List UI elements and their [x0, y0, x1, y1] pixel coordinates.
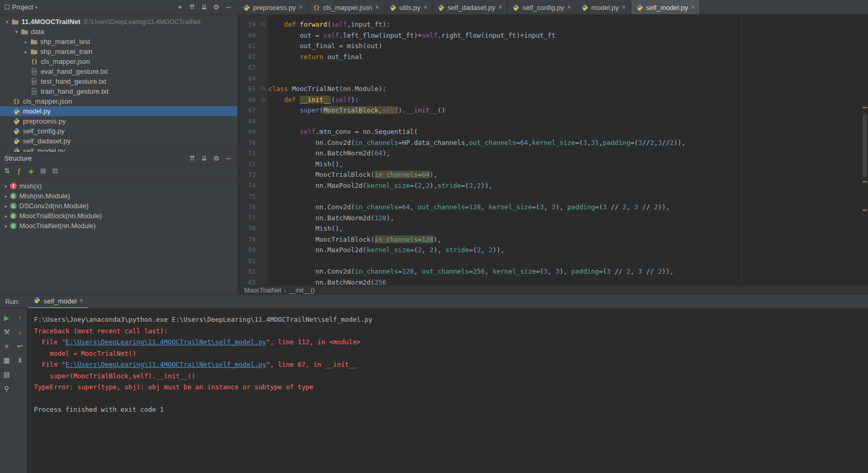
- editor-tab[interactable]: model.py×: [576, 0, 631, 15]
- structure-item[interactable]: ▸CMish(nn.Module): [0, 191, 237, 201]
- project-tree-item[interactable]: self_model.py: [0, 146, 237, 152]
- project-tree-item[interactable]: {}cls_mapper.json: [0, 96, 237, 106]
- code-line[interactable]: 77 nn.BatchNorm2d(128),: [238, 213, 868, 224]
- tree-expanded-icon[interactable]: ▾: [13, 29, 20, 35]
- code-line[interactable]: 62 return out_final: [238, 52, 868, 63]
- tree-collapsed-icon[interactable]: ▸: [2, 213, 10, 219]
- chevron-down-icon[interactable]: ▾: [35, 5, 38, 10]
- pin-icon[interactable]: ⚲: [2, 384, 12, 394]
- structure-item[interactable]: ▸fmish(x): [0, 181, 237, 191]
- expand-all-icon[interactable]: ⇈: [186, 3, 198, 11]
- code-line[interactable]: 78 Mish(),: [238, 223, 868, 234]
- code-line[interactable]: 63: [238, 62, 868, 73]
- code-line[interactable]: 60 out = self.left_flow(input_ft)+self.r…: [238, 30, 868, 41]
- project-tree-item[interactable]: train_hand_gesture.txt: [0, 86, 237, 96]
- project-tree-item[interactable]: test_hand_gesture.txt: [0, 76, 237, 86]
- structure-item[interactable]: ▸CMoocTrialNet(nn.Module): [0, 221, 237, 231]
- code-line[interactable]: 70 nn.Conv2d(in_channels=HP.data_channel…: [238, 138, 868, 149]
- project-tree-item[interactable]: ▸shp_marcel_train: [0, 47, 237, 57]
- editor-tab[interactable]: {}cls_mapper.json×: [308, 0, 384, 15]
- tree-collapsed-icon[interactable]: ▸: [2, 223, 10, 229]
- tree-collapsed-icon[interactable]: ▸: [22, 39, 30, 44]
- code-line[interactable]: 68: [238, 116, 868, 127]
- tree-collapsed-icon[interactable]: ▸: [2, 204, 10, 209]
- tree-expanded-icon[interactable]: ▾: [3, 19, 11, 25]
- show-inherited-icon[interactable]: ◈: [25, 167, 37, 175]
- editor-tab[interactable]: utils.py×: [384, 0, 432, 15]
- close-icon[interactable]: ×: [567, 4, 571, 10]
- sort-icon[interactable]: ⇅: [1, 167, 13, 175]
- settings-gear-icon[interactable]: ⚙: [210, 154, 222, 162]
- hide-panel-icon[interactable]: ─: [222, 3, 234, 11]
- code-line[interactable]: 72 Mish(),: [238, 159, 868, 170]
- collapse-all-icon[interactable]: ⇊: [198, 3, 210, 11]
- project-tree-item[interactable]: self_config.py: [0, 126, 237, 136]
- tool-window-options-icon[interactable]: [5, 5, 9, 9]
- soft-wrap-icon[interactable]: ↩: [15, 341, 25, 352]
- collapse-all-icon[interactable]: ⊟: [49, 167, 61, 175]
- stack-trace-link[interactable]: E:\Users\DeepLearing\11.4MOOCTrailNet\se…: [65, 361, 266, 368]
- warning-stripe-mark[interactable]: [863, 107, 867, 108]
- breadcrumb-item[interactable]: MoocTrialNet: [244, 287, 281, 294]
- settings-gear-icon[interactable]: ⚙: [210, 3, 222, 11]
- project-panel-title[interactable]: Project: [12, 3, 33, 11]
- code-line[interactable]: 75: [238, 192, 868, 202]
- restore-layout-icon[interactable]: ▦: [2, 355, 12, 366]
- structure-item[interactable]: ▸CDSConv2d(nn.Module): [0, 201, 237, 211]
- project-tree-item[interactable]: eval_hand_gesture.txt: [0, 66, 237, 76]
- close-icon[interactable]: ×: [691, 4, 695, 10]
- editor-tab[interactable]: preprocess.py×: [238, 0, 308, 15]
- print-icon[interactable]: ▤: [2, 369, 12, 380]
- fold-marker[interactable]: ⊟: [258, 84, 268, 95]
- close-icon[interactable]: ×: [375, 4, 379, 10]
- build-icon[interactable]: ⚒: [2, 327, 12, 337]
- close-icon[interactable]: ×: [424, 4, 427, 10]
- editor-tab[interactable]: self_config.py×: [507, 0, 576, 15]
- project-tree-item[interactable]: model.py: [0, 106, 237, 116]
- code-line[interactable]: 61 out_final = mish(out): [238, 41, 868, 52]
- scroll-to-end-icon[interactable]: ⇟: [15, 355, 25, 366]
- code-line[interactable]: 80 nn.MaxPool2d(kernel_size=(2, 2), stri…: [238, 245, 868, 256]
- show-functions-icon[interactable]: ƒ: [13, 167, 25, 175]
- tree-collapsed-icon[interactable]: ▸: [2, 184, 10, 189]
- hide-panel-icon[interactable]: ─: [222, 154, 234, 162]
- close-icon[interactable]: ×: [498, 4, 502, 10]
- code-line[interactable]: 82 nn.Conv2d(in_channels=128, out_channe…: [238, 266, 868, 277]
- code-line[interactable]: 83 nn.BatchNorm2d(256: [238, 277, 868, 285]
- close-icon[interactable]: ×: [299, 4, 303, 10]
- warning-stripe-mark[interactable]: [863, 181, 867, 183]
- code-editor[interactable]: 59⊟ def forward(self,input_ft):60 out = …: [238, 15, 868, 285]
- code-line[interactable]: 67 super(MoocTrialBlock,self).__init__(): [238, 105, 868, 116]
- project-tree-item[interactable]: ▾data: [0, 27, 237, 37]
- code-line[interactable]: 79 MoocTrialBlock(in_channels=128),: [238, 234, 868, 245]
- code-line[interactable]: 74 nn.MaxPool2d(kernel_size=(2,2),stride…: [238, 181, 868, 192]
- stack-trace-link[interactable]: E:\Users\DeepLearing\11.4MOOCTrailNet\se…: [65, 338, 266, 346]
- run-console[interactable]: F:\Users\Joey\anaconda3\python.exe E:\Us…: [28, 309, 868, 473]
- tree-collapsed-icon[interactable]: ▸: [2, 194, 10, 199]
- project-tree-item[interactable]: ▸shp_marcel_test: [0, 37, 237, 47]
- project-tree-item[interactable]: {}cls_mapper.json: [0, 57, 237, 66]
- project-tree-item[interactable]: ▾11.4MOOCTrailNetE:\Users\DeepLearing\11…: [0, 17, 237, 27]
- scrollbar-thumb[interactable]: [863, 114, 867, 177]
- code-line[interactable]: 65⊟class MoocTrialNet(nn.Module):: [238, 84, 868, 95]
- code-line[interactable]: 69 self.mtn_conv = nn.Sequential(: [238, 127, 868, 138]
- code-line[interactable]: 64: [238, 73, 868, 84]
- warning-stripe-mark[interactable]: [863, 209, 867, 211]
- locate-file-icon[interactable]: ⌖: [174, 3, 186, 12]
- code-line[interactable]: 71 nn.BatchNorm2d(64),: [238, 148, 868, 159]
- close-icon[interactable]: ×: [79, 298, 83, 304]
- rerun-button[interactable]: ▶: [2, 313, 12, 323]
- tree-collapsed-icon[interactable]: ▸: [22, 49, 30, 54]
- project-tree-item[interactable]: preprocess.py: [0, 116, 237, 126]
- down-stack-icon[interactable]: ↓: [15, 327, 25, 337]
- project-tree-item[interactable]: self_dadaset.py: [0, 136, 237, 146]
- code-line[interactable]: 59⊟ def forward(self,input_ft):: [238, 19, 868, 30]
- editor-scrollbar[interactable]: [862, 15, 868, 285]
- editor-tab[interactable]: self_dadaset.py×: [432, 0, 507, 15]
- up-stack-icon[interactable]: ↑: [15, 313, 25, 323]
- code-line[interactable]: 81: [238, 256, 868, 267]
- code-line[interactable]: 66⊟ def __init__(self):: [238, 95, 868, 106]
- collapse-all-icon[interactable]: ⇊: [198, 154, 210, 162]
- stop-button[interactable]: ■: [2, 341, 12, 352]
- breadcrumb-item[interactable]: __init__(): [289, 287, 315, 294]
